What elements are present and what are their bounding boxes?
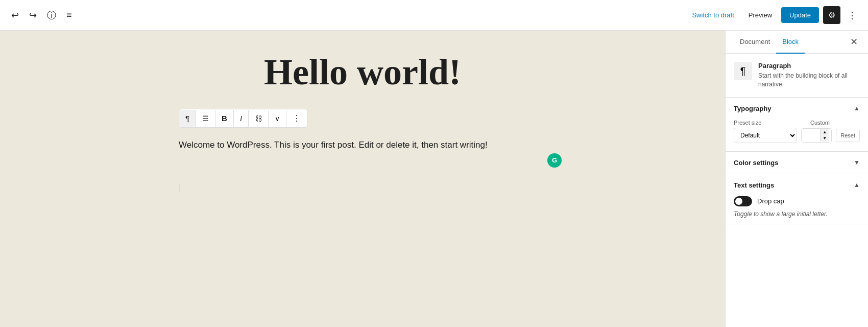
list-button[interactable]: ≡ (63, 7, 75, 24)
settings-icon: ⚙ (828, 10, 835, 20)
color-settings-section: Color settings ▼ (726, 152, 868, 174)
redo-icon: ↪ (29, 10, 37, 21)
custom-size-input[interactable] (802, 129, 820, 142)
drop-cap-label: Drop cap (757, 197, 784, 205)
post-body-text: Welcome to WordPress. This is your first… (179, 140, 488, 150)
bold-icon: B (222, 114, 227, 123)
link-format-button[interactable]: ⛓ (249, 110, 269, 127)
tab-document[interactable]: Document (734, 31, 776, 54)
cursor-area[interactable] (179, 153, 546, 193)
color-settings-chevron-down-icon: ▼ (854, 159, 860, 166)
text-settings-title: Text settings (734, 181, 774, 189)
tab-block[interactable]: Block (776, 31, 805, 54)
block-desc: Start with the building block of all nar… (758, 72, 860, 89)
bold-format-button[interactable]: B (215, 110, 234, 127)
settings-button[interactable]: ⚙ (823, 6, 840, 24)
link-icon: ⛓ (255, 114, 262, 123)
paragraph-icon: ¶ (185, 114, 189, 123)
more-options-button[interactable]: ⋮ (845, 7, 860, 24)
color-settings-header[interactable]: Color settings ▼ (726, 152, 868, 174)
sidebar-close-button[interactable]: ✕ (848, 34, 860, 50)
input-decrement-button[interactable]: ▼ (821, 135, 829, 142)
typography-section-title: Typography (734, 105, 771, 112)
typography-controls: Default ▲ ▼ Reset (734, 128, 860, 143)
typography-section: Typography ▲ Preset size Custom Default (726, 98, 868, 152)
paragraph-format-button[interactable]: ¶ (179, 110, 196, 127)
update-button[interactable]: Update (781, 7, 819, 23)
typography-section-content: Preset size Custom Default ▲ ▼ (726, 120, 868, 151)
reset-button[interactable]: Reset (836, 129, 860, 142)
italic-icon: I (240, 114, 242, 123)
more-icon: ⋮ (848, 10, 857, 21)
paragraph-block-icon: ¶ (740, 65, 746, 77)
top-bar: ↩ ↪ ⓘ ≡ Switch to draft Preview Update ⚙… (0, 0, 868, 31)
grammarly-icon[interactable]: G (547, 153, 562, 168)
redo-button[interactable]: ↪ (26, 7, 40, 24)
drop-cap-desc: Toggle to show a large initial letter. (726, 211, 868, 224)
post-title[interactable]: Hello world! (179, 51, 546, 94)
input-increment-button[interactable]: ▲ (821, 129, 829, 135)
preset-size-label: Preset size (734, 120, 801, 126)
typography-section-header[interactable]: Typography ▲ (726, 98, 868, 120)
options-format-icon: ⋮ (293, 113, 301, 123)
switch-to-draft-button[interactable]: Switch to draft (687, 8, 739, 22)
custom-size-input-wrap: ▲ ▼ (801, 128, 832, 143)
top-bar-left: ↩ ↪ ⓘ ≡ (8, 6, 75, 25)
preset-custom-labels: Preset size Custom (734, 120, 860, 126)
more-format-button[interactable]: ∨ (269, 110, 286, 127)
text-settings-chevron-up-icon: ▲ (854, 181, 860, 189)
toggle-knob (735, 198, 742, 205)
list-icon: ≡ (66, 10, 72, 20)
sidebar-block-info: ¶ Paragraph Start with the building bloc… (726, 54, 868, 98)
editor-area[interactable]: Hello world! ¶ ☰ B I ⛓ ∨ (0, 31, 725, 327)
post-body[interactable]: Welcome to WordPress. This is your first… (179, 138, 546, 153)
text-settings-section: Text settings ▲ Drop cap Toggle to show … (726, 174, 868, 224)
editor-content: Hello world! ¶ ☰ B I ⛓ ∨ (179, 51, 546, 193)
block-icon: ¶ (734, 62, 752, 80)
align-icon: ☰ (202, 114, 209, 123)
custom-label: Custom (805, 120, 835, 126)
options-format-button[interactable]: ⋮ (286, 109, 307, 127)
preset-size-select[interactable]: Default (734, 128, 797, 143)
info-icon: ⓘ (47, 9, 56, 21)
text-cursor (180, 183, 180, 193)
drop-cap-toggle[interactable] (734, 196, 752, 206)
italic-format-button[interactable]: I (234, 110, 249, 127)
preview-button[interactable]: Preview (743, 8, 777, 22)
color-settings-title: Color settings (734, 159, 778, 167)
sidebar-tabs: Document Block ✕ (726, 31, 868, 54)
text-settings-header[interactable]: Text settings ▲ (726, 174, 868, 196)
info-button[interactable]: ⓘ (44, 6, 59, 25)
right-sidebar: Document Block ✕ ¶ Paragraph Start with … (725, 31, 868, 327)
input-arrows: ▲ ▼ (820, 129, 829, 142)
top-bar-right: Switch to draft Preview Update ⚙ ⋮ (687, 6, 860, 24)
block-name: Paragraph (758, 62, 860, 69)
more-format-icon: ∨ (275, 114, 280, 123)
undo-button[interactable]: ↩ (8, 7, 22, 24)
undo-icon: ↩ (11, 10, 19, 21)
align-format-button[interactable]: ☰ (196, 110, 215, 127)
main-area: Hello world! ¶ ☰ B I ⛓ ∨ (0, 31, 868, 327)
block-info-text: Paragraph Start with the building block … (758, 62, 860, 89)
format-toolbar: ¶ ☰ B I ⛓ ∨ ⋮ (179, 109, 307, 128)
drop-cap-row: Drop cap (726, 196, 868, 211)
typography-chevron-up-icon: ▲ (854, 105, 860, 112)
